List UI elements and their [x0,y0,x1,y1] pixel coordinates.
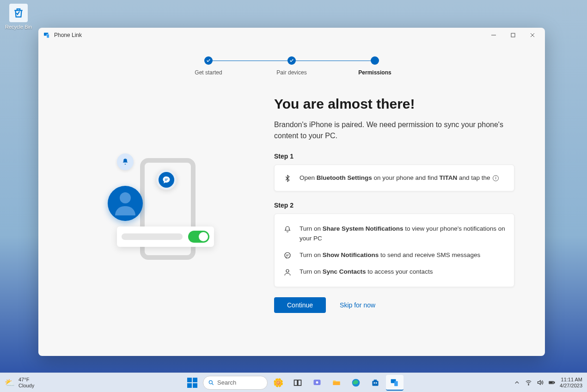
step2-title: Step 2 [274,202,514,209]
svg-rect-15 [376,382,377,384]
battery-icon [548,379,555,386]
person-icon [283,268,292,276]
maximize-button[interactable] [503,29,523,42]
step1-text: Open Bluetooth Settings on your phone an… [300,173,506,183]
search-placeholder: Search [217,379,236,386]
page-subheading: Brandon's iPhone is paired. We need perm… [274,119,514,141]
bell-bubble-icon [117,153,134,170]
page-heading: You are almost there! [274,96,514,112]
app-icon [43,31,50,39]
info-icon: i [493,175,499,181]
taskbar-clock[interactable]: 11:11 AM 4/27/2023 [560,377,582,388]
start-button[interactable] [183,375,201,391]
svg-rect-7 [298,380,301,386]
permissions-content: You are almost there! Brandon's iPhone i… [274,85,514,342]
svg-rect-21 [550,382,552,383]
close-button[interactable] [523,29,542,42]
svg-rect-2 [511,33,515,37]
weather-cond: Cloudy [18,383,34,388]
clock-time: 11:11 AM [560,377,582,382]
volume-icon [537,379,544,386]
permissions-illustration [66,85,260,342]
phone-link-window: Phone Link Get started Pair devices Perm… [38,28,545,356]
taskbar-store[interactable] [367,375,384,391]
svg-point-18 [528,385,529,385]
svg-rect-13 [374,380,377,381]
taskbar-weather[interactable]: ⛅ 47°F Cloudy [5,377,97,388]
search-icon [208,380,214,386]
step-label: Get started [195,69,222,76]
svg-rect-14 [374,382,375,384]
step-label: Permissions [358,69,391,76]
taskbar-task-view[interactable] [289,375,306,391]
recycle-bin[interactable]: Recycle Bin [4,4,33,30]
chat-icon [283,251,292,260]
step2-row-sync-contacts: Turn on Sync Contacts to access your con… [283,263,506,280]
step2-row-notifications: Turn on Share System Notifications to vi… [283,220,506,247]
step-label: Pair devices [276,69,306,76]
svg-point-5 [209,380,212,384]
svg-rect-12 [372,380,378,386]
weather-temp: 47°F [18,377,34,382]
step-permissions: Permissions [333,56,416,76]
step1-title: Step 1 [274,153,514,160]
clock-date: 4/27/2023 [560,383,582,388]
bell-icon [283,225,292,233]
window-title: Phone Link [54,32,82,38]
taskbar-search[interactable]: Search [203,376,268,390]
taskbar-chat[interactable] [308,375,326,391]
taskbar-widgets[interactable]: 🌼 [269,375,287,391]
step2-row-show-notifications: Turn on Show Notifications to send and r… [283,247,506,263]
svg-rect-1 [47,34,49,38]
svg-point-4 [286,270,289,272]
titlebar: Phone Link [38,28,545,43]
recycle-bin-icon [9,4,28,22]
taskbar-edge[interactable] [347,375,365,391]
person-bubble-icon [108,186,143,221]
toggle-illustration [117,227,214,247]
dot-icon [371,56,379,65]
step-get-started: Get started [167,56,250,76]
taskbar-phone-link[interactable] [386,375,404,391]
toggle-on-icon [188,231,209,243]
chevron-up-icon [514,379,520,386]
windows-logo-icon [187,378,197,388]
wifi-icon [525,379,532,386]
svg-point-3 [285,252,290,258]
recycle-bin-label: Recycle Bin [4,24,33,30]
taskbar: ⛅ 47°F Cloudy Search 🌼 11:11 AM 4/ [0,373,587,392]
skip-button[interactable]: Skip for now [340,301,375,309]
svg-rect-6 [294,380,298,386]
step2-card: Turn on Share System Notifications to vi… [274,214,514,287]
minimize-button[interactable] [484,29,503,42]
bluetooth-icon [283,174,292,183]
taskbar-explorer[interactable] [328,375,345,391]
svg-rect-10 [333,381,340,385]
svg-rect-17 [394,381,398,386]
svg-point-9 [316,381,318,383]
chat-bubble-icon [156,170,177,190]
svg-rect-20 [554,382,555,383]
continue-button[interactable]: Continue [274,297,326,313]
cloud-icon: ⛅ [5,378,15,388]
step-pair-devices: Pair devices [250,56,333,76]
setup-stepper: Get started Pair devices Permissions [38,43,545,80]
step1-card: Open Bluetooth Settings on your phone an… [274,165,514,191]
system-tray[interactable] [514,379,555,386]
